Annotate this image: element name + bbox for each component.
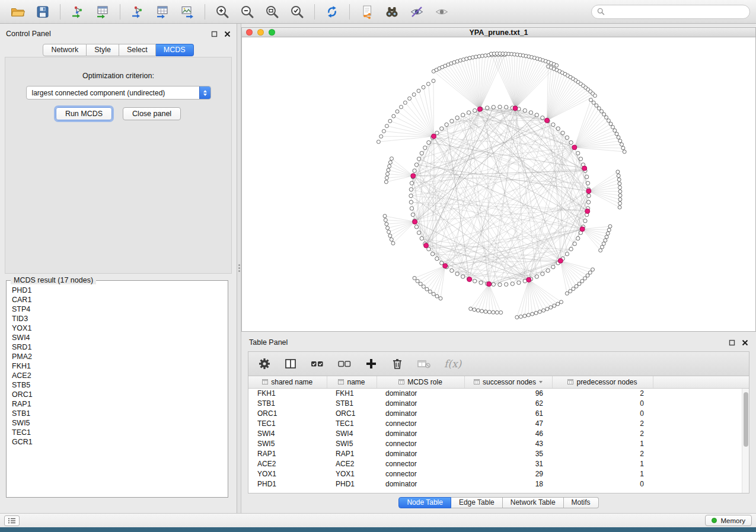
table-settings-button[interactable]	[258, 357, 271, 370]
mcds-result-item[interactable]: TID3	[12, 314, 222, 323]
network-node[interactable]	[473, 108, 477, 112]
float-panel-icon[interactable]	[211, 31, 218, 37]
window-close-button[interactable]	[246, 29, 253, 36]
network-leaf-node[interactable]	[618, 186, 622, 190]
network-leaf-node[interactable]	[403, 101, 407, 104]
network-leaf-node[interactable]	[390, 238, 393, 241]
network-node[interactable]	[565, 136, 569, 139]
mcds-result-item[interactable]: PHD1	[12, 286, 222, 295]
network-hub-node[interactable]	[582, 166, 587, 171]
network-node[interactable]	[411, 213, 414, 216]
delete-table-button-disabled[interactable]	[417, 357, 431, 370]
share-document-button[interactable]	[355, 2, 379, 21]
network-leaf-node[interactable]	[580, 280, 584, 283]
network-leaf-node[interactable]	[604, 239, 607, 242]
network-leaf-node[interactable]	[572, 287, 575, 291]
table-row[interactable]: PHD1PHD1dominator180	[248, 479, 749, 489]
hide-details-button[interactable]	[405, 2, 429, 21]
network-node[interactable]	[498, 283, 502, 286]
table-row[interactable]: SWI5SWI5connector431	[248, 438, 749, 448]
network-leaf-node[interactable]	[599, 249, 602, 252]
search-network-button[interactable]	[380, 2, 404, 21]
column-header-successor-nodes[interactable]: successor nodes	[464, 376, 552, 388]
network-leaf-node[interactable]	[555, 63, 559, 67]
network-leaf-node[interactable]	[605, 235, 608, 239]
run-mcds-button[interactable]: Run MCDS	[56, 107, 112, 120]
show-panels-button[interactable]	[4, 515, 20, 526]
table-row[interactable]: STB1STB1dominator620	[248, 398, 749, 408]
close-panel-icon[interactable]	[742, 339, 748, 346]
network-node[interactable]	[486, 106, 489, 110]
network-node[interactable]	[450, 269, 454, 273]
network-node[interactable]	[586, 181, 589, 185]
network-node[interactable]	[586, 200, 590, 204]
network-node[interactable]	[473, 279, 477, 283]
network-node[interactable]	[576, 236, 580, 240]
network-node[interactable]	[565, 252, 569, 256]
network-node[interactable]	[505, 283, 508, 286]
mcds-result-item[interactable]: PMA2	[12, 352, 222, 361]
network-leaf-node[interactable]	[400, 105, 403, 109]
network-hub-node[interactable]	[558, 258, 563, 263]
table-row[interactable]: SWI4SWI4dominator462	[248, 428, 749, 438]
network-leaf-node[interactable]	[618, 139, 622, 143]
network-leaf-node[interactable]	[382, 129, 385, 133]
network-hub-node[interactable]	[513, 106, 518, 111]
network-hub-node[interactable]	[413, 219, 417, 224]
network-leaf-node[interactable]	[618, 190, 622, 193]
network-leaf-node[interactable]	[618, 201, 622, 205]
network-node[interactable]	[455, 116, 459, 120]
network-leaf-node[interactable]	[473, 308, 476, 312]
network-leaf-node[interactable]	[387, 230, 391, 233]
mcds-result-item[interactable]: GCR1	[12, 437, 222, 447]
create-column-button[interactable]	[365, 357, 378, 370]
window-maximize-button[interactable]	[269, 29, 275, 36]
network-leaf-node[interactable]	[419, 282, 422, 286]
import-network-button[interactable]	[66, 2, 90, 21]
network-node[interactable]	[573, 242, 576, 245]
network-leaf-node[interactable]	[426, 82, 430, 86]
network-leaf-node[interactable]	[492, 310, 495, 314]
network-node[interactable]	[551, 265, 555, 268]
network-hub-node[interactable]	[477, 107, 482, 111]
panel-splitter[interactable]	[237, 24, 241, 513]
table-row[interactable]: ACE2ACE2connector311	[248, 459, 749, 469]
mcds-result-item[interactable]: YOX1	[12, 323, 222, 333]
network-leaf-node[interactable]	[615, 132, 618, 136]
network-node[interactable]	[435, 131, 439, 134]
network-leaf-node[interactable]	[602, 242, 605, 245]
network-leaf-node[interactable]	[422, 85, 425, 89]
search-input[interactable]	[608, 7, 744, 17]
network-leaf-node[interactable]	[586, 274, 589, 277]
network-leaf-node[interactable]	[422, 285, 425, 289]
tab-node-table[interactable]: Node Table	[398, 497, 451, 508]
zoom-in-button[interactable]	[210, 2, 234, 21]
function-builder-button[interactable]: f(x)	[444, 358, 461, 370]
network-leaf-node[interactable]	[618, 182, 621, 185]
network-leaf-node[interactable]	[499, 311, 503, 315]
network-leaf-node[interactable]	[519, 315, 522, 319]
network-leaf-node[interactable]	[527, 313, 530, 317]
network-leaf-node[interactable]	[416, 279, 419, 283]
network-leaf-node[interactable]	[469, 307, 473, 310]
network-hub-node[interactable]	[586, 189, 591, 194]
network-leaf-node[interactable]	[531, 312, 534, 316]
network-node[interactable]	[417, 157, 420, 161]
float-panel-icon[interactable]	[729, 339, 735, 346]
table-row[interactable]: TEC1TEC1connector472	[248, 418, 749, 428]
network-leaf-node[interactable]	[560, 300, 563, 304]
column-header-mcds-role[interactable]: MCDS role	[377, 376, 464, 388]
import-table-button[interactable]	[91, 2, 114, 21]
export-table-button[interactable]	[151, 2, 174, 21]
network-node[interactable]	[417, 231, 420, 235]
network-leaf-node[interactable]	[385, 176, 388, 180]
network-node[interactable]	[529, 111, 532, 114]
network-node[interactable]	[517, 281, 521, 284]
tab-mcds[interactable]: MCDS	[156, 44, 194, 56]
deselect-all-button[interactable]	[337, 357, 352, 370]
network-leaf-node[interactable]	[617, 174, 620, 178]
network-node[interactable]	[409, 200, 413, 204]
network-node[interactable]	[556, 127, 560, 130]
network-node[interactable]	[430, 252, 434, 256]
network-leaf-node[interactable]	[383, 214, 387, 218]
